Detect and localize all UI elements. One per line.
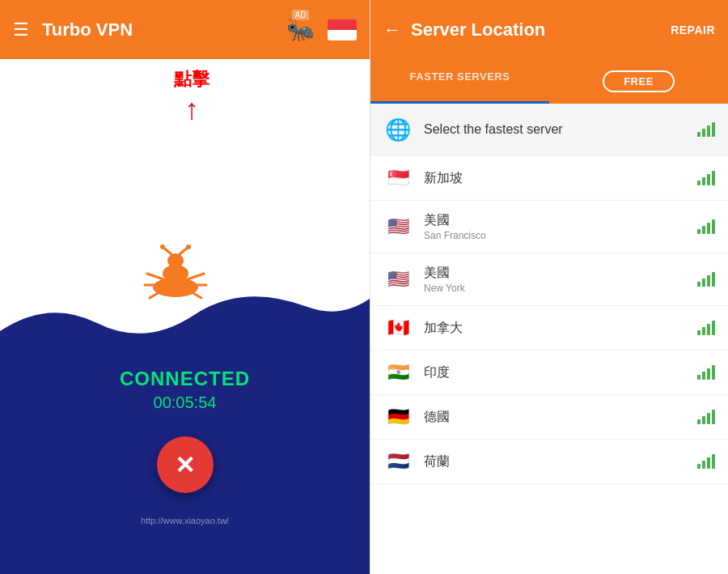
signal-bars-usa-ny <box>697 272 715 287</box>
singapore-flag-header[interactable] <box>328 19 357 40</box>
ad-label: AD <box>292 10 310 20</box>
ad-area: AD 🐜 <box>286 16 315 43</box>
flag-singapore: 🇸🇬 <box>383 168 413 189</box>
server-info-india: 印度 <box>424 364 686 381</box>
flag-usa-ny: 🇺🇸 <box>383 269 413 290</box>
server-item-usa-ny[interactable]: 🇺🇸 美國 New York <box>370 253 728 306</box>
server-item-usa-sf[interactable]: 🇺🇸 美國 San Francisco <box>370 201 728 253</box>
tab-free-label: FREE <box>603 70 675 92</box>
server-item-germany[interactable]: 🇩🇪 德國 <box>370 395 728 440</box>
disconnect-button[interactable]: ✕ <box>157 436 214 493</box>
server-name-usa-sf: 美國 <box>424 212 686 229</box>
tab-free[interactable]: FREE <box>549 59 728 104</box>
signal-bars-canada <box>697 321 715 335</box>
wave-container <box>0 283 370 574</box>
flag-usa-sf: 🇺🇸 <box>383 216 413 237</box>
ant-character <box>127 243 224 323</box>
svg-point-6 <box>186 244 191 249</box>
back-button[interactable]: ← <box>383 19 401 40</box>
svg-point-2 <box>167 253 184 268</box>
signal-bars-fastest <box>697 122 715 137</box>
connection-timer: 00:05:54 <box>154 393 217 412</box>
signal-bars-netherlands <box>697 454 715 469</box>
server-info-fastest: Select the fastest server <box>424 122 686 137</box>
flag-canada: 🇨🇦 <box>383 317 413 338</box>
app-title: Turbo VPN <box>42 19 273 40</box>
svg-line-10 <box>188 274 204 279</box>
right-panel: ← Server Location REPAIR FASTER SERVERS … <box>370 0 728 574</box>
server-info-netherlands: 荷蘭 <box>424 453 686 470</box>
signal-bars-india <box>697 365 715 380</box>
server-list: 🌐 Select the fastest server 🇸🇬 新加坡 <box>370 104 728 574</box>
tabs-container: FASTER SERVERS FREE <box>370 59 728 104</box>
server-info-canada: 加拿大 <box>424 320 686 337</box>
tab-faster-servers[interactable]: FASTER SERVERS <box>370 59 549 104</box>
server-name-singapore: 新加坡 <box>424 170 686 187</box>
click-annotation-text: 點擊 <box>174 67 210 91</box>
annotation-area: 點擊 ↑ <box>174 67 210 124</box>
globe-icon: 🌐 <box>383 115 413 144</box>
server-item-netherlands[interactable]: 🇳🇱 荷蘭 <box>370 440 728 484</box>
svg-line-7 <box>147 274 163 279</box>
flag-netherlands: 🇳🇱 <box>383 451 413 472</box>
connected-status: CONNECTED <box>120 368 250 390</box>
annotation-arrow: ↑ <box>184 95 199 124</box>
server-item-singapore[interactable]: 🇸🇬 新加坡 <box>370 156 728 201</box>
server-name-india: 印度 <box>424 364 686 381</box>
server-info-usa-ny: 美國 New York <box>424 265 686 294</box>
server-sub-usa-sf: San Francisco <box>424 230 686 241</box>
server-info-singapore: 新加坡 <box>424 170 686 187</box>
server-info-usa-sf: 美國 San Francisco <box>424 212 686 241</box>
vpn-main-area: 點擊 ↑ <box>0 59 370 574</box>
server-item-india[interactable]: 🇮🇳 印度 <box>370 351 728 395</box>
server-name-usa-ny: 美國 <box>424 265 686 282</box>
connected-area: CONNECTED 00:05:54 <box>120 368 250 412</box>
server-name-fastest: Select the fastest server <box>424 122 686 137</box>
flag-germany: 🇩🇪 <box>383 406 413 427</box>
signal-bars-singapore <box>697 171 715 185</box>
server-item-canada[interactable]: 🇨🇦 加拿大 <box>370 306 728 351</box>
server-sub-usa-ny: New York <box>424 283 686 294</box>
repair-button[interactable]: REPAIR <box>671 23 715 36</box>
server-name-canada: 加拿大 <box>424 320 686 337</box>
server-name-germany: 德國 <box>424 409 686 426</box>
left-header: ☰ Turbo VPN AD 🐜 <box>0 0 370 59</box>
hamburger-icon[interactable]: ☰ <box>13 19 29 40</box>
server-info-germany: 德國 <box>424 409 686 426</box>
signal-bars-germany <box>697 410 715 424</box>
svg-point-5 <box>160 244 165 249</box>
watermark: http://www.xiaoyao.tw/ <box>141 516 229 525</box>
server-location-title: Server Location <box>411 19 661 40</box>
flag-india: 🇮🇳 <box>383 362 413 383</box>
right-header: ← Server Location REPAIR <box>370 0 728 59</box>
signal-bars-usa-sf <box>697 219 715 234</box>
server-item-fastest[interactable]: 🌐 Select the fastest server <box>370 104 728 156</box>
left-panel: ☰ Turbo VPN AD 🐜 點擊 ↑ <box>0 0 370 574</box>
server-name-netherlands: 荷蘭 <box>424 453 686 470</box>
x-icon: ✕ <box>175 451 195 479</box>
